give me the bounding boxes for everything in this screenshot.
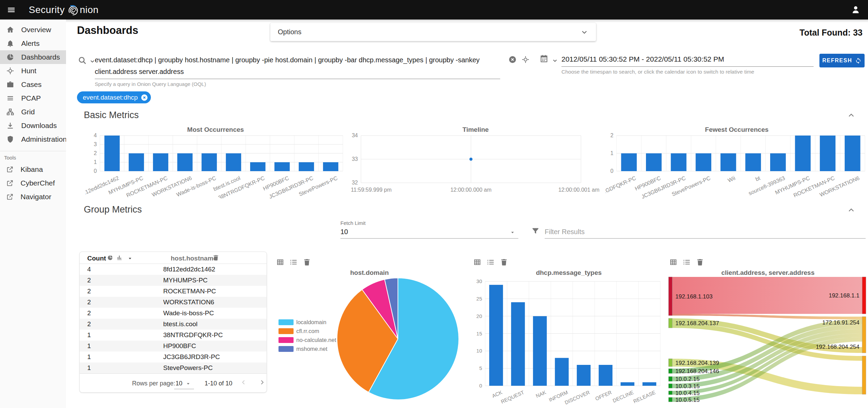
options-panel[interactable]: Options bbox=[270, 23, 596, 41]
table-row[interactable]: 2Wade-is-boss-PC bbox=[80, 308, 267, 319]
sidebar-tool-kibana[interactable]: Kibana bbox=[0, 163, 66, 176]
sidebar-item-overview[interactable]: Overview bbox=[0, 23, 66, 37]
sidebar-item-alerts[interactable]: Alerts bbox=[0, 37, 66, 50]
table-icon[interactable] bbox=[669, 258, 677, 266]
sidebar-item-cases[interactable]: Cases bbox=[0, 78, 66, 91]
date-range-input[interactable]: 2012/05/11 05:30:52 PM - 2022/05/11 05:3… bbox=[561, 55, 724, 63]
list-icon[interactable] bbox=[683, 258, 691, 266]
sankey-node-192.168.1.103[interactable] bbox=[669, 277, 672, 316]
cell-count[interactable]: 1 bbox=[80, 364, 163, 372]
cell-hostname[interactable]: btest.is.cool bbox=[163, 320, 197, 328]
legend-item[interactable]: localdomain bbox=[278, 319, 326, 325]
column-count[interactable]: Count bbox=[87, 255, 106, 262]
sankey-node-10.0.4.15[interactable] bbox=[669, 391, 672, 395]
cell-count[interactable]: 1 bbox=[80, 342, 163, 350]
most-occurrences-chart[interactable]: 012348fd12edd2dc1462MYHUMPS-PCROCKETMAN-… bbox=[86, 132, 346, 199]
legend-item[interactable]: no-calculate.net bbox=[278, 337, 336, 343]
cell-count[interactable]: 4 bbox=[80, 266, 163, 273]
sidebar-tool-navigator[interactable]: Navigator bbox=[0, 190, 66, 204]
sankey-node-192.168.204.254[interactable] bbox=[862, 356, 866, 394]
query-input[interactable]: event.dataset:dhcp | groupby host.hostna… bbox=[95, 54, 492, 77]
refresh-button[interactable]: REFRESH bbox=[819, 54, 865, 67]
cell-hostname[interactable]: JC3GB6JRD3R-PC bbox=[163, 353, 220, 361]
filter-results-input[interactable]: Filter Results bbox=[545, 228, 585, 236]
sankey-node-10.0.3.15[interactable] bbox=[669, 384, 672, 388]
clear-query-icon[interactable] bbox=[508, 55, 517, 64]
trash-icon[interactable] bbox=[303, 258, 311, 266]
table-row[interactable]: 1JC3GB6JRD3R-PC bbox=[80, 352, 267, 362]
menu-icon[interactable] bbox=[7, 5, 16, 14]
sidebar-item-pcap[interactable]: PCAP bbox=[0, 91, 66, 105]
collapse-group-icon[interactable] bbox=[847, 206, 856, 215]
sidebar-item-dashboards[interactable]: Dashboards bbox=[0, 50, 66, 64]
table-row[interactable]: 2WORKSTATION6 bbox=[80, 297, 267, 308]
fetch-limit-select[interactable]: 10 bbox=[340, 228, 348, 236]
sidebar-tool-cyberchef[interactable]: CyberChef bbox=[0, 176, 66, 190]
sidebar-item-administration[interactable]: Administration bbox=[0, 132, 66, 146]
sankey-node-192.168.204.146[interactable] bbox=[669, 369, 672, 373]
table-row[interactable]: 1StevePowers-PC bbox=[80, 362, 267, 373]
cell-hostname[interactable]: Wade-is-boss-PC bbox=[163, 309, 214, 317]
sankey-node-192.168.204.139[interactable] bbox=[669, 359, 672, 367]
trash-icon[interactable] bbox=[500, 258, 508, 266]
cell-count[interactable]: 2 bbox=[80, 309, 163, 317]
sidebar-item-grid[interactable]: Grid bbox=[0, 105, 66, 119]
client-server-sankey-chart[interactable]: 192.168.1.103192.168.204.137192.168.204.… bbox=[668, 274, 868, 408]
table-row[interactable]: 2ROCKETMAN-PC bbox=[80, 286, 267, 297]
cell-count[interactable]: 2 bbox=[80, 298, 163, 306]
trash-icon[interactable] bbox=[696, 258, 704, 266]
table-row[interactable]: 1HP900BFC bbox=[80, 341, 267, 352]
sankey-node-10.0.2.15[interactable] bbox=[669, 377, 672, 381]
collapse-basic-icon[interactable] bbox=[847, 111, 856, 120]
cell-hostname[interactable]: 8fd12edd2dc1462 bbox=[163, 266, 215, 273]
sidebar-item-hunt[interactable]: Hunt bbox=[0, 64, 66, 78]
cell-count[interactable]: 2 bbox=[80, 288, 163, 295]
sankey-node-10.0.5.15[interactable] bbox=[669, 397, 672, 402]
sidebar-item-downloads[interactable]: Downloads bbox=[0, 119, 66, 132]
sort-caret-icon[interactable] bbox=[127, 255, 133, 262]
table-icon[interactable] bbox=[276, 258, 284, 266]
bar-chart-icon[interactable] bbox=[116, 255, 122, 261]
legend-item[interactable]: cfl.rr.com bbox=[278, 328, 319, 334]
fetch-limit-caret-icon[interactable] bbox=[509, 229, 516, 235]
table-row[interactable]: 138NTRGDFQKR-PC bbox=[80, 330, 267, 341]
sankey-node-172.16.91.254[interactable] bbox=[862, 317, 866, 353]
page-next-icon[interactable] bbox=[258, 379, 266, 386]
rows-per-page-select[interactable]: 10 bbox=[176, 380, 182, 387]
dhcp-message-types-chart[interactable]: 051015202530ACKREQUESTNAKINFORMDISCOVERO… bbox=[472, 274, 665, 408]
sankey-flow-192.168.1.103-to-172.16.91.254[interactable] bbox=[672, 314, 862, 319]
table-icon[interactable] bbox=[473, 258, 481, 266]
user-icon[interactable] bbox=[851, 5, 860, 14]
table-row[interactable]: 48fd12edd2dc1462 bbox=[80, 264, 267, 275]
sankey-node-192.168.1.1[interactable] bbox=[862, 277, 866, 314]
cell-hostname[interactable]: WORKSTATION6 bbox=[163, 298, 214, 306]
table-row[interactable]: 2MYHUMPS-PC bbox=[80, 275, 267, 286]
actions-icon[interactable] bbox=[521, 55, 530, 64]
trash-icon[interactable] bbox=[212, 254, 219, 261]
list-icon[interactable] bbox=[487, 258, 495, 266]
filter-chip[interactable]: event.dataset:dhcp bbox=[77, 91, 151, 103]
legend-item[interactable]: mshome.net bbox=[278, 346, 327, 352]
cell-count[interactable]: 2 bbox=[80, 277, 163, 284]
cell-hostname[interactable]: MYHUMPS-PC bbox=[163, 277, 208, 284]
date-chevron-icon[interactable] bbox=[551, 57, 559, 64]
table-row[interactable]: 2btest.is.cool bbox=[80, 319, 267, 330]
cell-hostname[interactable]: HP900BFC bbox=[163, 342, 196, 350]
list-icon[interactable] bbox=[289, 258, 298, 266]
chip-close-icon[interactable] bbox=[141, 94, 148, 101]
cell-count[interactable]: 2 bbox=[80, 320, 163, 328]
cell-count[interactable]: 1 bbox=[80, 353, 163, 361]
page-prev-icon[interactable] bbox=[240, 379, 247, 386]
sankey-node-192.168.204.137[interactable] bbox=[669, 318, 672, 328]
cell-hostname[interactable]: ROCKETMAN-PC bbox=[163, 288, 216, 295]
cell-hostname[interactable]: StevePowers-PC bbox=[163, 364, 213, 372]
fewest-occurrences-chart[interactable]: 01238NTRGDFQKR-PCHP900BFCJC3GB6JRD3R-PCS… bbox=[606, 132, 868, 199]
host-domain-pie-chart[interactable]: localdomaincfl.rr.comno-calculate.netmsh… bbox=[274, 276, 465, 408]
column-hostname[interactable]: host.hostname bbox=[171, 255, 217, 262]
calendar-icon[interactable] bbox=[540, 54, 548, 63]
cell-hostname[interactable]: 38NTRGDFQKR-PC bbox=[163, 331, 223, 339]
rows-per-page-caret-icon[interactable] bbox=[185, 381, 191, 387]
cell-count[interactable]: 1 bbox=[80, 331, 163, 339]
pie-chart-icon[interactable] bbox=[107, 255, 113, 261]
timeline-chart[interactable]: 34333211:59:59.999 pm12:00:00.000 am12:0… bbox=[346, 132, 606, 199]
